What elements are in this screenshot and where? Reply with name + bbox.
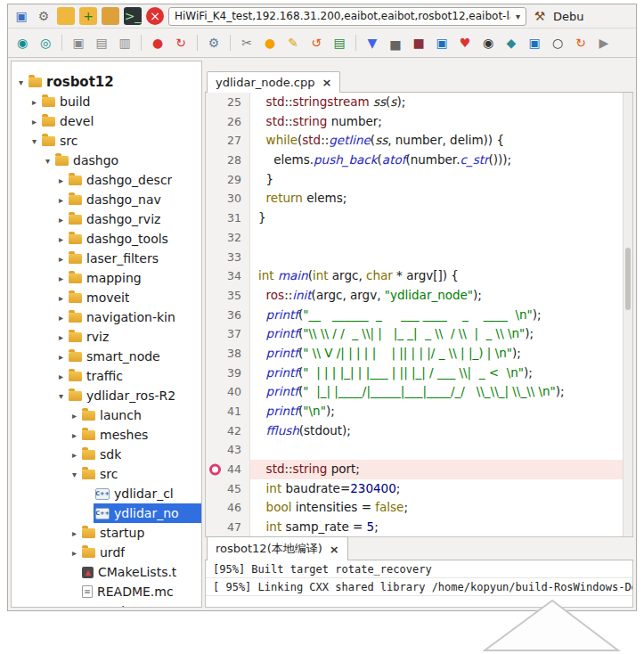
chevron-down-icon[interactable]: ▾ xyxy=(29,136,40,146)
tree-item-content[interactable]: src xyxy=(80,464,201,484)
chevron-right-icon[interactable]: ▸ xyxy=(55,234,67,244)
code-text[interactable]: printf("\\ \\ / / _ \\| | |_ _| _ \\ / \… xyxy=(250,324,623,344)
code-line-40[interactable]: 40 printf(" |_| |____/|_____|___|____/_/… xyxy=(206,382,623,402)
screen-monitor-icon[interactable]: ▣ xyxy=(433,34,451,52)
code-line-29[interactable]: 29 } xyxy=(206,170,623,190)
code-line-36[interactable]: 36 printf("__ ______ _ ___ ____ _ ____ \… xyxy=(206,306,623,325)
chevron-right-icon[interactable]: ▸ xyxy=(29,97,40,107)
code-text[interactable] xyxy=(250,248,623,267)
map-icon[interactable]: ◆ xyxy=(502,34,520,52)
record-heart-icon[interactable]: ♥ xyxy=(456,34,474,52)
code-line-39[interactable]: 39 printf(" | | | |_| | |___ | || |_| / … xyxy=(206,364,623,383)
tree-item-content[interactable]: ▲CMakeLists.t xyxy=(80,562,201,582)
code-text[interactable]: std::stringstream ss(s); xyxy=(250,93,623,112)
tree-item-content[interactable]: ≡README.mc xyxy=(80,582,201,601)
build-hammer-icon[interactable]: ⚒ xyxy=(531,7,549,25)
code-text[interactable]: bool intensities = false; xyxy=(250,498,623,518)
line-number-gutter[interactable]: 42 xyxy=(206,421,250,441)
new-folder-icon[interactable]: + xyxy=(79,7,97,25)
tree-item-content[interactable]: build xyxy=(40,92,201,111)
line-number-gutter[interactable]: 27 xyxy=(206,131,250,151)
editor-scrollbar[interactable] xyxy=(623,93,632,536)
tree-item-content[interactable]: rosbot12 xyxy=(27,72,201,92)
tree-item-dashgo-rviz[interactable]: ▸dashgo_rviz xyxy=(12,209,201,229)
code-line-30[interactable]: 30 return elems; xyxy=(206,189,623,208)
tree-item-dashgo-descr[interactable]: ▸dashgo_descr xyxy=(12,170,201,190)
line-number-gutter[interactable]: 34 xyxy=(206,266,250,286)
code-text[interactable]: printf("\n"); xyxy=(250,402,623,421)
tree-item-content[interactable]: launch xyxy=(80,405,201,425)
chevron-right-icon[interactable]: ▸ xyxy=(55,254,67,264)
chevron-right-icon[interactable]: ▸ xyxy=(55,293,67,303)
tree-item-content[interactable]: laser_filters xyxy=(67,249,201,268)
line-number-gutter[interactable]: 28 xyxy=(206,151,250,170)
code-text[interactable]: } xyxy=(250,170,623,190)
tree-item-content[interactable]: urdf xyxy=(80,543,201,562)
tree-item-traffic[interactable]: ▸traffic xyxy=(12,366,201,386)
redo-icon[interactable]: ↻ xyxy=(572,34,590,52)
video-camera-icon[interactable]: ■ xyxy=(410,34,428,52)
tree-item-rosbot12[interactable]: ▾rosbot12 xyxy=(12,72,201,92)
code-line-31[interactable]: 31} xyxy=(206,208,623,228)
code-line-27[interactable]: 27 while(std::getline(ss, number, delim)… xyxy=(206,131,623,151)
tab-compile-output[interactable]: rosbot12(本地编译) × xyxy=(207,536,348,560)
tree-item-meshes[interactable]: ▸meshes xyxy=(12,425,201,445)
debug-mode-label[interactable]: Debu xyxy=(553,10,584,23)
code-text[interactable] xyxy=(250,440,623,460)
tree-item-launch[interactable]: ▸launch xyxy=(12,405,201,425)
code-line-28[interactable]: 28 elems.push_back(atof(number.c_str()))… xyxy=(206,151,623,170)
tree-item-build[interactable]: ▸build xyxy=(12,92,201,111)
code-line-47[interactable]: 47 int samp_rate = 5; xyxy=(206,518,623,536)
remote-screen-icon[interactable]: ▣ xyxy=(12,7,30,25)
tree-item-content[interactable]: dashgo_rviz xyxy=(67,209,201,229)
code-text[interactable]: printf(" \\ V /| | | | | | || | | |/ _ \… xyxy=(250,344,623,364)
chevron-right-icon[interactable]: ▸ xyxy=(55,176,67,185)
line-number-gutter[interactable]: 31 xyxy=(206,208,250,228)
code-text[interactable] xyxy=(250,228,623,248)
line-number-gutter[interactable]: 32 xyxy=(206,228,250,248)
globe-icon[interactable]: ○ xyxy=(549,34,567,52)
cut-tool-icon[interactable]: ✂ xyxy=(238,34,256,52)
chart-icon[interactable]: ▅ xyxy=(387,34,404,52)
tree-item-content[interactable]: src xyxy=(40,131,201,151)
line-number-gutter[interactable]: 47 xyxy=(206,518,250,536)
tab-ydlidar-node-cpp[interactable]: ydlidar_node.cpp × xyxy=(207,71,340,93)
code-line-35[interactable]: 35 ros::init(argc, argv, "ydlidar_node")… xyxy=(206,286,623,306)
code-line-45[interactable]: 45 int baudrate=230400; xyxy=(206,479,623,499)
chevron-right-icon[interactable]: ▸ xyxy=(55,352,67,362)
line-number-gutter[interactable]: 41 xyxy=(206,402,250,421)
save-icon[interactable] xyxy=(102,7,119,25)
close-icon[interactable]: × xyxy=(322,77,331,88)
line-number-gutter[interactable]: 36 xyxy=(206,306,250,325)
tree-item-sdk[interactable]: ▸sdk xyxy=(12,445,201,464)
chevron-right-icon[interactable]: ▸ xyxy=(55,215,67,225)
code-line-37[interactable]: 37 printf("\\ \\ / / _ \\| | |_ _| _ \\ … xyxy=(206,324,623,344)
code-text[interactable]: ros::init(argc, argv, "ydlidar_node"); xyxy=(250,286,623,306)
tree-item-content[interactable]: navigation-kin xyxy=(67,307,201,327)
line-number-gutter[interactable]: 44 xyxy=(206,460,250,479)
tree-item-content[interactable]: C++ydlidar_cl xyxy=(94,484,201,503)
code-text[interactable]: while(std::getline(ss, number, delim)) { xyxy=(250,131,623,151)
code-text[interactable]: printf(" |_| |____/|_____|___|____/_/ \\… xyxy=(250,382,623,402)
tree-item-readme-mc[interactable]: ≡README.mc xyxy=(12,582,201,601)
forward-icon[interactable]: ▶ xyxy=(595,34,613,52)
code-text[interactable]: std::string number; xyxy=(250,112,623,132)
close-icon[interactable]: × xyxy=(330,544,339,555)
refresh-icon[interactable]: ↺ xyxy=(307,34,325,52)
code-text[interactable]: printf("__ ______ _ ___ ____ _ ____ \n")… xyxy=(250,306,623,325)
code-text[interactable]: fflush(stdout); xyxy=(250,421,623,441)
code-text[interactable]: printf(" | | | |_| | |___ | || |_| / ___… xyxy=(250,364,623,383)
line-number-gutter[interactable]: 45 xyxy=(206,479,250,499)
chevron-down-icon[interactable]: ▾ xyxy=(55,391,67,401)
code-line-26[interactable]: 26 std::string number; xyxy=(206,112,623,132)
code-text[interactable]: } xyxy=(250,208,623,228)
tree-item-cmakelists-t[interactable]: ▲CMakeLists.t xyxy=(12,562,201,582)
pencil-icon[interactable]: ✎ xyxy=(284,34,302,52)
breakpoint-icon[interactable] xyxy=(209,463,221,475)
code-line-42[interactable]: 42 fflush(stdout); xyxy=(206,421,623,441)
tree-item-content[interactable]: mapping xyxy=(67,268,201,288)
code-line-33[interactable]: 33 xyxy=(206,248,623,267)
code-line-25[interactable]: 25 std::stringstream ss(s); xyxy=(206,93,623,112)
tree-item-content[interactable]: smart_node xyxy=(67,347,201,366)
tree-item-content[interactable]: dashgo_nav xyxy=(67,190,201,209)
